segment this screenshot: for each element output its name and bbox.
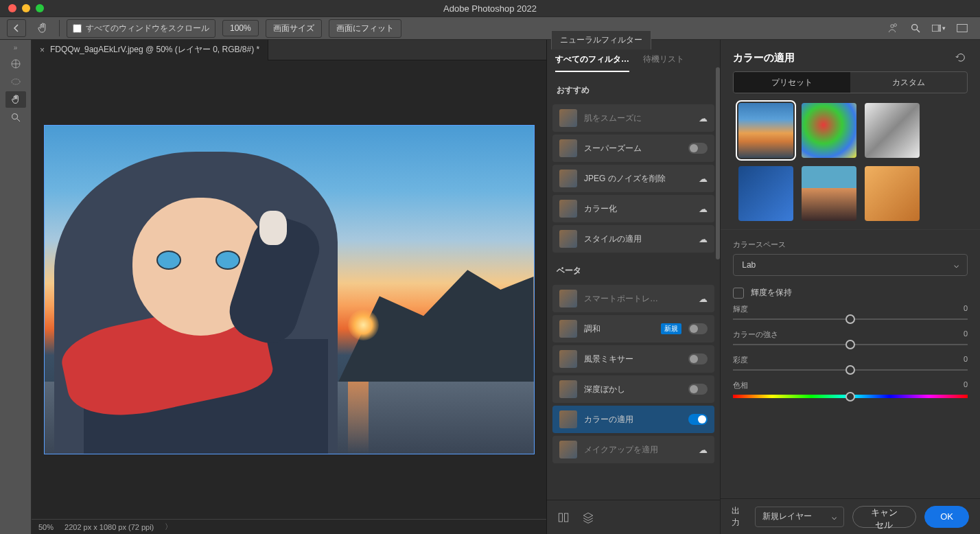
toggle-switch[interactable]	[688, 384, 708, 395]
slider-value: 0	[964, 329, 968, 340]
slider-thumb[interactable]	[845, 340, 855, 349]
canvas[interactable]	[32, 60, 546, 519]
download-icon[interactable]: ☁	[699, 204, 708, 214]
slider-thumb[interactable]	[845, 392, 855, 402]
scrollbar[interactable]	[716, 72, 720, 259]
cloud-share-icon[interactable]	[885, 21, 899, 35]
tab-custom[interactable]: カスタム	[850, 72, 967, 93]
preset-thumb-4[interactable]	[738, 166, 793, 221]
status-chevron-icon[interactable]: 〉	[165, 522, 172, 532]
preset-thumb-6[interactable]	[865, 166, 920, 221]
close-tab-icon[interactable]: ×	[40, 45, 45, 55]
badge-new: 新規	[661, 323, 681, 334]
slider-value: 0	[964, 304, 968, 314]
filter-landscape-mixer[interactable]: 風景ミキサー	[552, 345, 714, 373]
svg-line-12	[17, 119, 20, 121]
move-tool-icon[interactable]	[5, 56, 26, 72]
hand-tool-icon[interactable]	[33, 19, 52, 37]
colorspace-dropdown[interactable]: Lab ⌵	[733, 254, 968, 276]
zoom-100-button[interactable]: 100%	[222, 20, 259, 36]
workspace-icon[interactable]: ▾	[932, 21, 946, 35]
panel-menu-icon[interactable]	[955, 21, 969, 35]
tab-all-filters[interactable]: すべてのフィルタ…	[555, 54, 629, 72]
tab-presets[interactable]: プリセット	[734, 72, 850, 93]
cancel-button[interactable]: キャンセル	[852, 506, 916, 528]
download-icon[interactable]: ☁	[699, 294, 708, 304]
toggle-switch[interactable]	[688, 323, 708, 334]
compare-icon[interactable]	[557, 511, 570, 524]
svg-point-1	[894, 24, 897, 27]
filter-label: JPEG のノイズを削除	[584, 173, 692, 185]
status-dimensions: 2202 px x 1080 px (72 ppi)	[65, 523, 154, 531]
preset-thumb-5[interactable]	[802, 166, 856, 221]
filter-color-transfer[interactable]: カラーの適用	[552, 406, 714, 433]
filter-style-transfer[interactable]: スタイルの適用 ☁	[552, 225, 714, 253]
fit-image-button[interactable]: 画面サイズ	[266, 19, 322, 38]
luminance-slider[interactable]: 輝度0	[733, 304, 968, 320]
slider-thumb[interactable]	[845, 314, 855, 324]
dialog-footer: 出力 新規レイヤー ⌵ キャンセル OK	[721, 498, 980, 534]
layers-icon[interactable]	[581, 511, 595, 524]
tab-waitlist[interactable]: 待機リスト	[643, 54, 684, 72]
zoom-tool-icon[interactable]	[5, 109, 26, 126]
maximize-window-icon[interactable]	[36, 4, 44, 12]
output-dropdown[interactable]: 新規レイヤー ⌵	[755, 507, 844, 527]
preset-thumb-2[interactable]	[802, 103, 856, 158]
filter-smart-portrait[interactable]: スマートポートレ… ☁	[552, 285, 714, 312]
filter-thumb-icon	[559, 139, 577, 157]
filter-settings-panel: カラーの適用 プリセット カスタム カラースペース Lab ⌵	[721, 40, 980, 534]
filter-colorize[interactable]: カラー化 ☁	[552, 195, 714, 222]
svg-rect-6	[957, 24, 968, 32]
download-icon[interactable]: ☁	[699, 174, 708, 184]
chevron-down-icon: ⌵	[832, 512, 837, 522]
back-button[interactable]	[7, 19, 26, 37]
expand-tools-icon[interactable]: »	[14, 44, 18, 51]
marquee-tool-icon[interactable]	[5, 73, 26, 90]
filter-thumb-icon	[559, 410, 577, 428]
reset-icon[interactable]	[954, 51, 968, 65]
hand-tool-selected-icon[interactable]	[5, 91, 26, 108]
filter-label: スーパーズーム	[584, 143, 681, 154]
filter-harmonize[interactable]: 調和 新規	[552, 315, 714, 343]
toggle-switch[interactable]	[688, 353, 708, 364]
minimize-window-icon[interactable]	[22, 4, 30, 12]
download-icon[interactable]: ☁	[699, 234, 708, 244]
filter-jpeg-artifacts[interactable]: JPEG のノイズを削除 ☁	[552, 165, 714, 192]
neural-filters-panel: ニューラルフィルター すべてのフィルタ… 待機リスト おすすめ 肌をスムーズに …	[546, 40, 980, 534]
checkbox-icon[interactable]	[733, 288, 744, 299]
panel-tab-neural-filters[interactable]: ニューラルフィルター	[551, 30, 651, 49]
download-icon[interactable]: ☁	[699, 113, 708, 124]
slider-thumb[interactable]	[845, 365, 855, 375]
main-area: » × FDQQw_9agAEkLrV.jpeg @ 50% (レイヤー 0, …	[0, 40, 980, 534]
preset-thumb-1[interactable]	[738, 103, 793, 158]
hue-slider[interactable]: 色相0	[733, 380, 968, 398]
filter-list-panel: ニューラルフィルター すべてのフィルタ… 待機リスト おすすめ 肌をスムーズに …	[547, 40, 721, 534]
scroll-all-checkbox[interactable]: すべてのウィンドウをスクロール	[67, 19, 215, 38]
slider-label: 色相	[733, 380, 748, 391]
preset-thumb-3[interactable]	[865, 103, 920, 158]
fit-screen-button[interactable]: 画面にフィット	[329, 19, 401, 38]
ok-button[interactable]: OK	[924, 506, 969, 528]
section-beta: ベータ	[552, 255, 714, 282]
saturation-slider[interactable]: 彩度0	[733, 355, 968, 371]
status-zoom[interactable]: 50%	[38, 523, 54, 531]
filter-skin-smoothing[interactable]: 肌をスムーズに ☁	[552, 104, 714, 132]
slider-label: 輝度	[733, 304, 748, 314]
download-icon[interactable]: ☁	[699, 445, 708, 455]
filter-label: カラーの適用	[584, 414, 681, 426]
toggle-switch[interactable]	[688, 414, 708, 425]
titlebar: Adobe Photoshop 2022	[0, 0, 980, 16]
colorspace-value: Lab	[742, 260, 756, 270]
filter-super-zoom[interactable]: スーパーズーム	[552, 135, 714, 162]
toggle-switch[interactable]	[688, 143, 708, 154]
preserve-luminance-checkbox[interactable]: 輝度を保持	[733, 287, 968, 299]
document-tab[interactable]: × FDQQw_9agAEkLrV.jpeg @ 50% (レイヤー 0, RG…	[32, 40, 268, 60]
scroll-all-input[interactable]	[73, 24, 82, 33]
search-icon[interactable]	[909, 21, 922, 35]
filter-makeup-transfer[interactable]: メイクアップを適用 ☁	[552, 436, 714, 463]
svg-point-11	[12, 114, 17, 119]
color-strength-slider[interactable]: カラーの強さ0	[733, 329, 968, 345]
filter-depth-blur[interactable]: 深度ぼかし	[552, 375, 714, 403]
close-window-icon[interactable]	[8, 4, 16, 12]
svg-point-2	[912, 25, 918, 30]
